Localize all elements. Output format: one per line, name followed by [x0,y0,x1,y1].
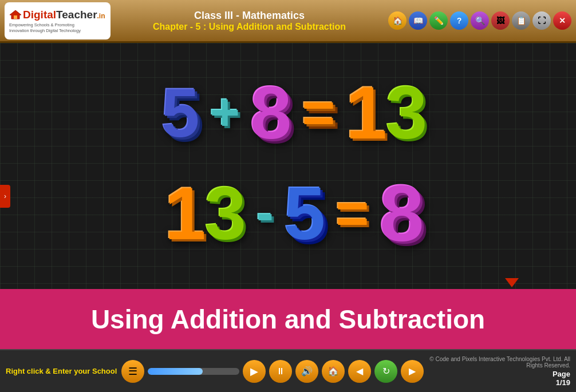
number-8: 8 [250,70,290,156]
refresh-button[interactable]: ↻ [374,360,397,383]
footer-left-text: Right click & Enter your School [6,367,117,375]
digit-3b: 3 [205,171,245,256]
number-8b: 8 [380,167,423,260]
volume-icon: 🔊 [301,366,313,377]
banner-text: Using Addition and Subtraction [91,304,485,335]
logo-suffix: .in [97,12,105,20]
logo-sub1: Empowering Schools & Promoting [9,22,106,28]
progress-bar-fill [148,368,203,375]
digit-3: 3 [386,70,426,156]
page-numbers: 1/19 [556,378,570,387]
logo-sub2: Innovation through Digital Technology [9,28,106,34]
number-13: 13 [346,70,427,156]
notes-button[interactable]: 📋 [512,11,530,30]
title-line1: Class III - Mathematics [115,10,384,22]
home-button[interactable]: 🏠 [388,11,407,30]
logo-area: DigitalTeacher.in Empowering Schools & P… [5,2,111,39]
title-area: Class III - Mathematics Chapter - 5 : Us… [115,10,384,32]
digit-1: 1 [346,70,386,156]
prev-icon: ◀ [356,366,363,377]
volume-button[interactable]: 🔊 [295,360,318,383]
edit-button[interactable]: ✏️ [429,11,448,30]
close-button[interactable]: ✕ [553,11,571,30]
plus-sign: + [210,83,239,142]
book-button[interactable]: 📖 [409,11,427,30]
main-content: › 5 + 8 = 13 13 - 5 = 8 Using Addition a… [0,43,576,349]
logo-subtitle: Empowering Schools & Promoting Innovatio… [9,22,106,34]
title-banner: Using Addition and Subtraction [0,289,576,349]
equation-row-1: 5 + 8 = 13 [161,70,427,156]
footer: Right click & Enter your School ☰ ▶ ⏸ 🔊 … [0,349,576,392]
page-total: 19 [562,378,570,387]
logo-brand2: Teacher [56,9,97,21]
equation-row-2: 13 - 5 = 8 [164,167,423,260]
number-5b: 5 [284,171,324,256]
copyright-text: © Code and Pixels Interactive Technologi… [428,356,570,369]
page-indicator: Page 1/19 [542,370,570,387]
menu-button[interactable]: ☰ [121,360,144,383]
digit-1b: 1 [164,171,204,256]
logo-icon [9,9,22,19]
expand-button[interactable]: ⛶ [532,11,551,30]
toolbar: 🏠 📖 ✏️ ? 🔍 🖼 📋 ⛶ ✕ [388,11,571,30]
search-button[interactable]: 🔍 [471,11,489,30]
equals-sign-2: = [336,180,368,246]
play-button[interactable]: ▶ [243,360,266,383]
number-13b: 13 [164,171,245,256]
header: DigitalTeacher.in Empowering Schools & P… [0,0,576,43]
menu-icon: ☰ [128,365,137,378]
number-5: 5 [161,73,199,152]
svg-rect-1 [14,15,17,19]
minus-sign: - [257,184,273,243]
page-label: Page [553,370,570,378]
footer-controls: ☰ ▶ ⏸ 🔊 🏠 ◀ ↻ ▶ [121,360,424,383]
logo-title: DigitalTeacher.in [23,8,105,21]
progress-bar[interactable] [148,368,239,375]
left-nav-arrow[interactable]: › [0,185,10,208]
title-line2: Chapter - 5 : Using Addition and Subtrac… [115,22,384,32]
home-ctrl-icon: 🏠 [328,366,339,377]
prev-button[interactable]: ◀ [348,360,371,383]
equals-sign: = [302,80,334,145]
play-icon: ▶ [250,365,258,378]
triangle-indicator [505,278,519,287]
next-button[interactable]: ▶ [401,360,424,383]
refresh-icon: ↻ [382,366,390,377]
pause-icon: ⏸ [276,366,285,377]
math-area: 5 + 8 = 13 13 - 5 = 8 [11,43,576,286]
logo-brand: Digital [23,9,56,21]
home-ctrl-button[interactable]: 🏠 [322,360,345,383]
gallery-button[interactable]: 🖼 [491,11,510,30]
help-button[interactable]: ? [450,11,468,30]
next-icon: ▶ [409,366,416,377]
pause-button[interactable]: ⏸ [269,360,292,383]
page-current: 1 [556,378,560,387]
